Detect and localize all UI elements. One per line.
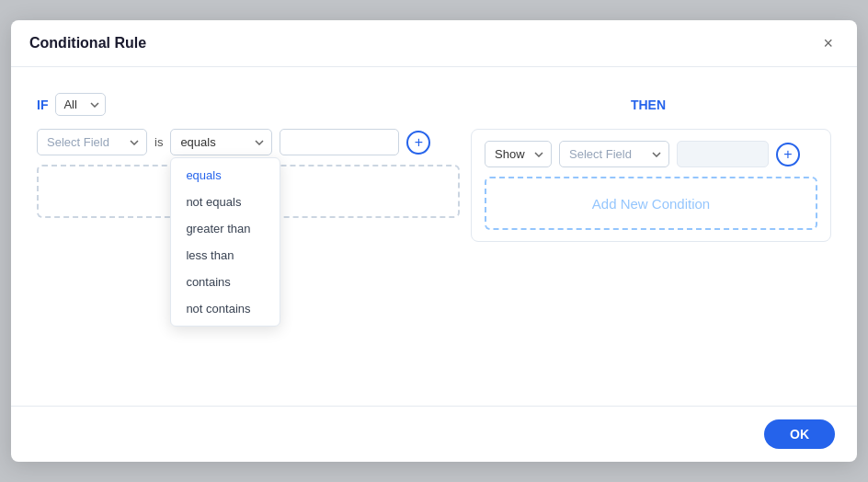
operator-select[interactable]: equals not equals greater than less than… [170,129,272,155]
add-condition-button[interactable]: + [406,131,430,155]
modal-footer: OK [11,406,857,462]
then-value-input [677,141,769,167]
modal-title: Conditional Rule [29,35,146,52]
if-label: IF [37,98,48,112]
if-all-row: IF All Any THEN [37,93,831,116]
operator-dropdown-wrapper: equals not equals greater than less than… [170,129,272,155]
add-new-condition-label: Add New Condition [592,196,710,212]
if-group: IF All Any [37,93,106,116]
ok-button[interactable]: OK [764,419,835,449]
is-label: is [154,135,163,149]
add-new-condition-right[interactable]: Add New Condition [485,177,817,230]
then-label: THEN [631,98,666,112]
condition-row: Select Field is equals not equals greate… [37,129,460,155]
dropdown-item-not-contains[interactable]: not contains [171,295,280,322]
modal-overlay: Conditional Rule × IF All Any THEN [0,0,868,482]
all-select[interactable]: All Any [55,93,106,116]
left-panel: Select Field is equals not equals greate… [37,129,460,218]
modal-header: Conditional Rule × [11,20,857,67]
modal: Conditional Rule × IF All Any THEN [11,20,857,462]
add-then-condition-button[interactable]: + [776,143,800,166]
condition-value-input[interactable] [280,129,399,155]
right-panel: Show Hide Select Field + Add New Conditi… [471,129,831,242]
if-field-select[interactable]: Select Field [37,129,147,155]
dropdown-item-equals[interactable]: equals [171,162,280,189]
operator-dropdown-menu: equals not equals greater than less than… [170,157,280,327]
show-select[interactable]: Show Hide [485,141,552,167]
then-row: Show Hide Select Field + [485,141,817,167]
then-field-select[interactable]: Select Field [559,141,669,167]
dropdown-item-contains[interactable]: contains [171,269,280,295]
then-section-box: Show Hide Select Field + Add New Conditi… [471,129,831,242]
modal-body: IF All Any THEN Select Field is [11,67,857,406]
conditions-section: Select Field is equals not equals greate… [37,129,831,242]
dropdown-item-not-equals[interactable]: not equals [171,189,280,215]
close-button[interactable]: × [817,33,839,53]
dropdown-item-greater-than[interactable]: greater than [171,215,280,242]
dropdown-item-less-than[interactable]: less than [171,242,280,269]
